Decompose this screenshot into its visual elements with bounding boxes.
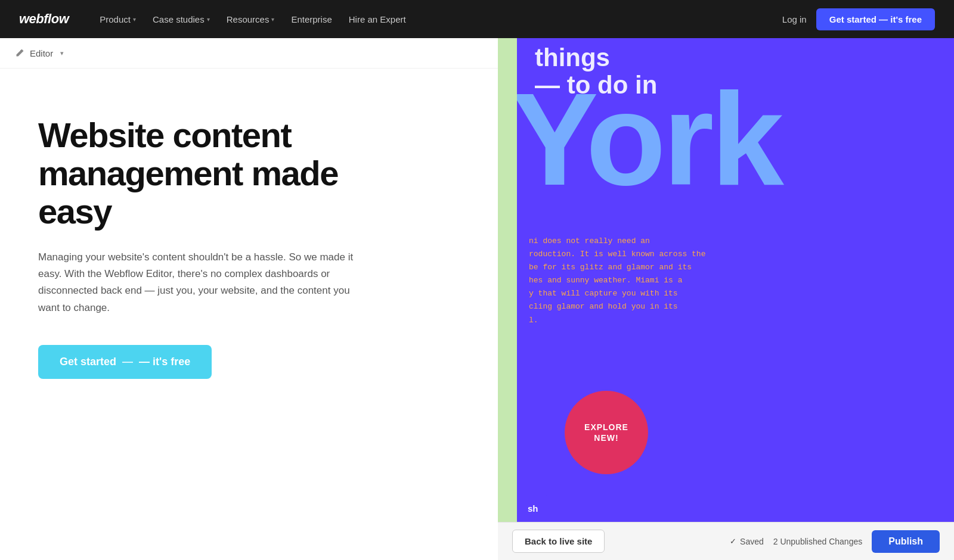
left-panel: Editor ▾ Website content management made… xyxy=(0,38,498,560)
editor-label: Editor xyxy=(30,48,53,58)
login-button[interactable]: Log in xyxy=(782,14,807,24)
hero-cta-button[interactable]: Get started — — it's free xyxy=(38,345,212,379)
editor-bar: Editor ▾ xyxy=(0,38,498,69)
pub-peek-button[interactable]: sh xyxy=(517,495,549,522)
webflow-logo[interactable]: webflow xyxy=(19,11,69,27)
nav-links: Product ▾ Case studies ▾ Resources ▾ Ent… xyxy=(92,10,763,29)
editor-dropdown-chevron[interactable]: ▾ xyxy=(60,49,64,57)
check-icon: ✓ xyxy=(730,537,736,546)
editor-bottom-bar: Back to live site ✓ Saved 2 Unpublished … xyxy=(498,522,954,560)
chevron-down-icon: ▾ xyxy=(207,16,210,23)
logo-text: webflow xyxy=(19,11,69,26)
publish-button[interactable]: Publish xyxy=(872,530,940,553)
saved-indicator: ✓ Saved xyxy=(730,537,764,546)
back-to-live-site-button[interactable]: Back to live site xyxy=(512,530,605,553)
editor-icon xyxy=(14,48,25,58)
right-panel: things — to do in York ni does not reall… xyxy=(498,38,954,560)
edit-icon xyxy=(15,48,24,58)
unpublished-changes-label: 2 Unpublished Changes xyxy=(773,537,862,546)
chevron-down-icon: ▾ xyxy=(133,16,136,23)
preview-inner: things — to do in York ni does not reall… xyxy=(517,38,954,522)
green-strip xyxy=(498,38,517,522)
preview-body-text: ni does not really need an roduction. It… xyxy=(529,235,942,327)
preview-york-text: York xyxy=(517,74,954,205)
get-started-button[interactable]: Get started — it's free xyxy=(816,8,935,30)
hero-description: Managing your website's content shouldn'… xyxy=(38,249,372,316)
main-area: Editor ▾ Website content management made… xyxy=(0,0,954,560)
nav-enterprise[interactable]: Enterprise xyxy=(284,10,339,29)
nav-hire-expert[interactable]: Hire an Expert xyxy=(342,10,413,29)
top-navigation: webflow Product ▾ Case studies ▾ Resourc… xyxy=(0,0,954,38)
nav-resources[interactable]: Resources ▾ xyxy=(219,10,282,29)
circle-text: EXPLORE NEW! xyxy=(584,422,628,443)
preview-explore-circle: EXPLORE NEW! xyxy=(565,391,648,474)
chevron-down-icon: ▾ xyxy=(271,16,274,23)
nav-right-actions: Log in Get started — it's free xyxy=(782,8,935,30)
nav-case-studies[interactable]: Case studies ▾ xyxy=(145,10,217,29)
hero-title: Website content management made easy xyxy=(38,116,360,230)
nav-product[interactable]: Product ▾ xyxy=(92,10,143,29)
hero-content: Website content management made easy Man… xyxy=(0,69,498,560)
website-preview: things — to do in York ni does not reall… xyxy=(498,38,954,522)
